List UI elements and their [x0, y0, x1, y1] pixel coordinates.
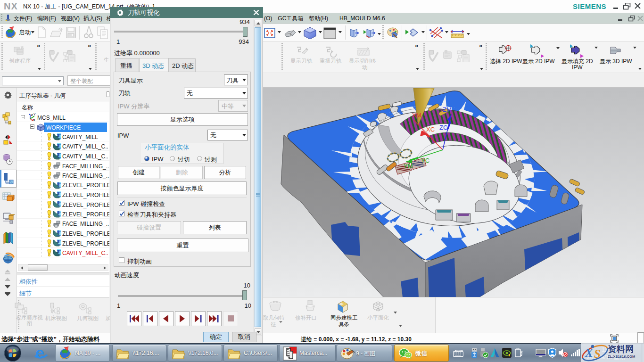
svg-text:S: S	[594, 347, 601, 360]
svg-text:资料网: 资料网	[608, 344, 634, 354]
svg-text:x: x	[33, 118, 35, 122]
svg-text:X: X	[585, 346, 594, 359]
svg-text:ZM: ZM	[443, 106, 452, 113]
svg-text:XC: XC	[426, 126, 435, 133]
svg-text:YM: YM	[404, 163, 413, 170]
svg-text:Y: Y	[33, 113, 36, 116]
svg-text:ZC: ZC	[439, 124, 447, 131]
svg-text:YC: YC	[421, 157, 429, 164]
svg-text:XM: XM	[412, 112, 421, 119]
svg-text:z: z	[31, 113, 33, 116]
svg-text:e: e	[35, 345, 44, 361]
svg-text:ZL.XS1616.COM: ZL.XS1616.COM	[608, 354, 635, 359]
